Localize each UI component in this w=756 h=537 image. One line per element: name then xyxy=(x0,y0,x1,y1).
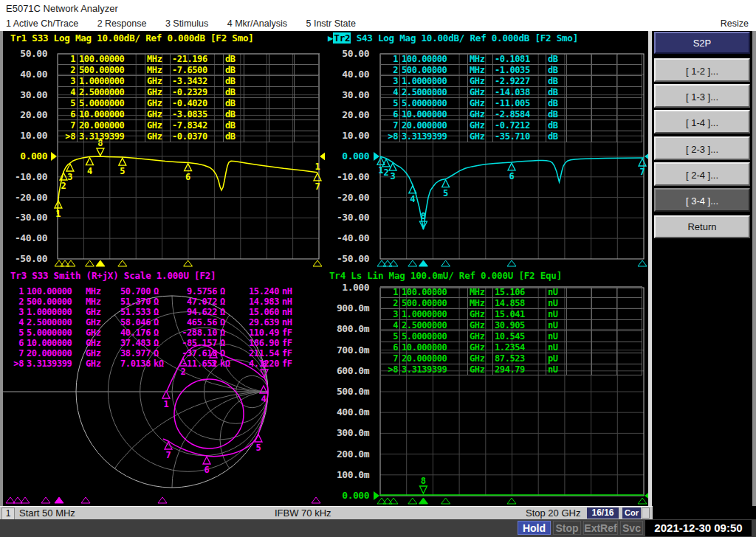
stimulus-marker-tick xyxy=(408,498,417,504)
marker-table-row: 55.0000000GHz-0.4020dB xyxy=(58,98,320,109)
softkey-menu-title: S2P xyxy=(654,32,750,54)
empty-cell xyxy=(295,120,320,131)
stimulus-marker-tick xyxy=(377,260,386,266)
softkey-1-4[interactable]: [ 1-4 ]... xyxy=(654,110,750,134)
empty-cell xyxy=(592,320,617,331)
stimulus-marker-tick xyxy=(66,260,75,266)
softkey-3-4-active[interactable]: [ 3-4 ]... xyxy=(654,188,750,212)
marker-row: 6 xyxy=(381,109,400,120)
marker-val: -3.3432 xyxy=(171,76,224,87)
marker-number: 7 xyxy=(639,167,645,177)
marker-triangle-icon[interactable] xyxy=(86,158,94,165)
menu-resize[interactable]: Resize xyxy=(721,16,749,31)
marker-number: 3 xyxy=(67,172,72,182)
marker-funit: GHz xyxy=(145,76,171,87)
stimulus-marker-tick xyxy=(13,497,22,503)
marker-table-row: 31.0000000GHz-3.3432dB xyxy=(58,76,320,87)
marker-table-row: 2500.00000MHz51.370Ω47.072Ω14.983nH xyxy=(6,297,301,307)
marker-triangle-icon[interactable] xyxy=(442,180,450,187)
marker-r: 37.483 xyxy=(106,338,152,348)
sweep-points-badge: 16/16 xyxy=(587,507,619,519)
softkey-2-4[interactable]: [ 2-4 ]... xyxy=(654,162,750,186)
menu-active-ch-trace[interactable]: 1 Active Ch/Trace xyxy=(6,16,78,31)
marker-table-row: 42.5000000GHz58.046Ω465.56Ω29.639nH xyxy=(6,317,301,328)
marker-freq: 500.00000 xyxy=(25,297,84,307)
empty-cell xyxy=(617,54,642,65)
marker-x: -11.652 xyxy=(168,358,219,369)
marker-funit: GHz xyxy=(84,348,106,358)
marker-vunit: dB xyxy=(546,76,567,87)
marker-vunit: dB xyxy=(224,120,244,131)
marker-funit: GHz xyxy=(84,338,106,348)
marker-runit: Ω xyxy=(152,307,168,317)
empty-cell xyxy=(295,98,320,109)
marker-lc: 186.90 xyxy=(235,338,281,348)
empty-cell xyxy=(269,109,295,120)
menu-mkr-analysis[interactable]: 4 Mkr/Analysis xyxy=(227,16,287,31)
empty-cell xyxy=(592,87,617,98)
marker-row: 1 xyxy=(381,54,400,65)
marker-freq: 20.000000 xyxy=(25,348,84,358)
softkey-2-3[interactable]: [ 2-3 ]... xyxy=(654,136,750,160)
marker-funit: GHz xyxy=(468,87,493,98)
marker-number: 7 xyxy=(315,181,320,192)
marker-freq: 10.000000 xyxy=(25,338,84,348)
empty-cell xyxy=(617,298,642,309)
softkey-1-2[interactable]: [ 1-2 ]... xyxy=(654,58,750,82)
marker-lcunit: fF xyxy=(281,328,301,338)
stimulus-marker-tick xyxy=(21,497,30,503)
marker-val: -0.2329 xyxy=(171,87,224,98)
menu-stimulus[interactable]: 3 Stimulus xyxy=(165,16,208,31)
marker-table-row: 42.5000000GHz-0.2329dB xyxy=(58,87,320,98)
marker-freq: 100.00000 xyxy=(400,54,468,65)
marker-row: 4 xyxy=(381,87,400,98)
empty-cell xyxy=(567,131,592,142)
marker-val: 87.523 xyxy=(493,353,546,364)
marker-triangle-icon[interactable] xyxy=(639,159,646,166)
marker-funit: MHz xyxy=(468,54,493,65)
marker-freq: 500.00000 xyxy=(400,65,468,76)
marker-funit: GHz xyxy=(468,342,493,353)
marker-vunit: nU xyxy=(546,320,567,331)
marker-r: 40.176 xyxy=(106,328,152,338)
empty-cell xyxy=(592,331,617,342)
marker-triangle-icon[interactable] xyxy=(119,158,126,165)
tr1-header: Tr1 S33 Log Mag 10.00dB/ Ref 0.000dB [F2… xyxy=(10,32,254,44)
empty-cell xyxy=(295,76,320,87)
marker-number: 5 xyxy=(443,188,448,198)
stimulus-marker-tick xyxy=(41,497,50,503)
empty-cell xyxy=(592,98,617,109)
marker-lc: 15.240 xyxy=(235,286,281,297)
menu-instr-state[interactable]: 5 Instr State xyxy=(306,16,355,31)
marker-row: >8 xyxy=(58,131,78,142)
marker-freq: 10.000000 xyxy=(78,109,145,120)
empty-cell xyxy=(617,109,642,120)
marker-number: 4 xyxy=(410,194,415,204)
softkey-scrollbar[interactable] xyxy=(648,31,652,506)
marker-r: 50.700 xyxy=(106,286,152,297)
tr2-header-text: S43 Log Mag 10.00dB/ Ref 0.000dB [F2 Smo… xyxy=(351,32,578,44)
marker-triangle-icon[interactable] xyxy=(97,148,104,156)
empty-cell xyxy=(567,320,592,331)
empty-cell xyxy=(244,65,269,76)
stimulus-marker-tick xyxy=(507,260,516,266)
ref-level-arrow-icon xyxy=(374,491,379,500)
softkey-1-3[interactable]: [ 1-3 ]... xyxy=(654,84,750,108)
marker-vunit: dB xyxy=(224,76,244,87)
marker-triangle-icon[interactable] xyxy=(419,486,427,493)
tr4-quadrant: Tr4 Ls Lin Mag 100.0mU/ Ref 0.000U [F2 E… xyxy=(325,268,648,506)
tr2-active-badge[interactable]: Tr2 xyxy=(333,32,351,44)
stimulus-marker-tick xyxy=(6,497,15,503)
marker-number: 6 xyxy=(509,171,514,181)
svc-indicator: Svc xyxy=(620,521,643,535)
marker-table-row: >83.3139399GHz-35.710dB xyxy=(381,131,642,142)
marker-table-row: 2500.00000MHz14.858nU xyxy=(381,298,642,309)
menu-response[interactable]: 2 Response xyxy=(97,16,147,31)
softkey-return[interactable]: Return xyxy=(654,215,750,238)
marker-table-row: 31.0000000GHz15.041nU xyxy=(381,309,642,320)
marker-triangle-icon[interactable] xyxy=(203,457,210,464)
empty-cell xyxy=(592,353,617,364)
marker-table-row: 42.5000000GHz-14.038dB xyxy=(381,87,642,98)
marker-table-row: 720.000000GHz38.977Ω-37.618Ω211.54fF xyxy=(6,348,301,358)
empty-cell xyxy=(617,309,642,320)
